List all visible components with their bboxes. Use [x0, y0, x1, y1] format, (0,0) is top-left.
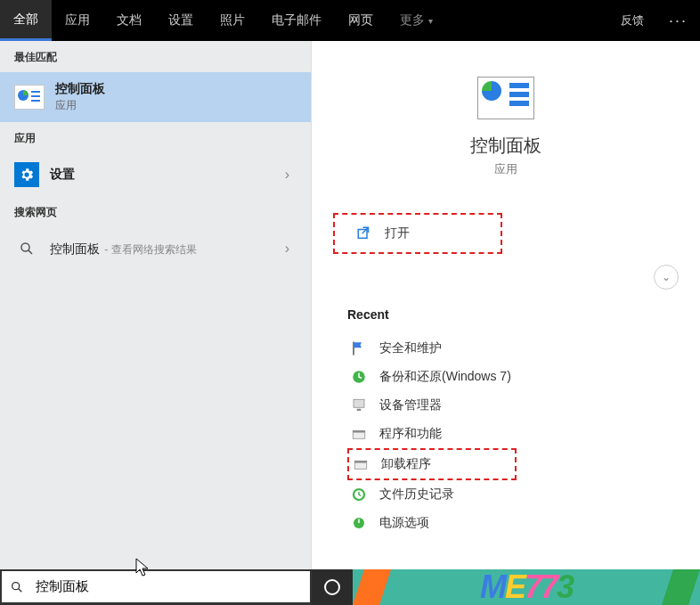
recent-label: 安全和维护 — [379, 340, 442, 356]
chevron-right-icon: › — [285, 167, 297, 183]
svg-point-4 — [21, 243, 29, 251]
svg-rect-11 — [353, 430, 365, 432]
tab-all[interactable]: 全部 — [0, 0, 52, 41]
svg-rect-8 — [354, 399, 364, 407]
result-settings[interactable]: 设置 › — [0, 153, 311, 196]
overflow-menu-button[interactable]: ··· — [656, 0, 700, 41]
apps-header: 应用 — [0, 122, 311, 153]
results-panel: 最佳匹配 控制面板 应用 应用 设置 › 搜索网页 控制面板 - 查看网络搜索 — [0, 41, 312, 569]
svg-rect-2 — [31, 95, 40, 97]
recent-label: 电源选项 — [379, 515, 429, 531]
recent-power-options[interactable]: 电源选项 — [347, 509, 679, 537]
svg-line-17 — [19, 588, 22, 592]
search-input[interactable] — [32, 576, 310, 598]
recent-file-history[interactable]: 文件历史记录 — [347, 480, 679, 509]
result-subtitle: - 查看网络搜索结果 — [102, 243, 197, 256]
recent-device-manager[interactable]: 设备管理器 — [347, 391, 679, 420]
search-icon — [14, 236, 39, 261]
taskbar-search-area: ME773 — [0, 569, 700, 605]
tab-more[interactable]: 更多▾ — [387, 0, 446, 41]
control-panel-icon — [477, 77, 534, 119]
recent-programs-features[interactable]: 程序和功能 — [347, 420, 679, 448]
backup-icon — [351, 369, 367, 385]
detail-title: 控制面板 — [312, 134, 700, 158]
detail-subtitle: 应用 — [312, 161, 700, 177]
expand-button[interactable]: ⌄ — [654, 265, 679, 290]
recent-label: 备份和还原(Windows 7) — [379, 369, 511, 385]
svg-rect-13 — [354, 461, 367, 462]
recent-header: Recent — [347, 307, 679, 322]
svg-rect-3 — [31, 100, 40, 102]
svg-rect-1 — [31, 91, 40, 93]
result-subtitle: 应用 — [55, 98, 297, 113]
tab-email[interactable]: 电子邮件 — [258, 0, 335, 41]
recent-label: 设备管理器 — [379, 397, 442, 413]
result-title: 控制面板 — [55, 81, 297, 97]
recent-backup-restore[interactable]: 备份和还原(Windows 7) — [347, 363, 679, 391]
recent-uninstall-program[interactable]: 卸载程序 — [347, 448, 517, 480]
result-control-panel[interactable]: 控制面板 应用 — [0, 72, 311, 122]
search-icon — [2, 580, 32, 594]
open-icon — [356, 225, 372, 241]
chevron-right-icon: › — [285, 241, 297, 257]
search-scope-tabs: 全部 应用 文档 设置 照片 电子邮件 网页 更多▾ 反馈 ··· — [0, 0, 700, 41]
history-icon — [351, 486, 367, 503]
recent-label: 文件历史记录 — [379, 486, 454, 503]
chevron-down-icon: ⌄ — [662, 271, 671, 283]
gear-icon — [14, 162, 39, 187]
cortana-icon — [324, 579, 340, 595]
result-title: 设置 — [50, 167, 75, 183]
programs-icon — [353, 456, 369, 472]
device-icon — [351, 397, 367, 413]
result-web-search[interactable]: 控制面板 - 查看网络搜索结果 › — [0, 227, 311, 270]
result-title: 控制面板 — [50, 241, 100, 256]
power-icon — [351, 515, 367, 531]
tab-photos[interactable]: 照片 — [207, 0, 258, 41]
tab-web[interactable]: 网页 — [335, 0, 387, 41]
recent-security-maintenance[interactable]: 安全和维护 — [347, 334, 679, 363]
web-header: 搜索网页 — [0, 196, 311, 227]
tab-apps[interactable]: 应用 — [52, 0, 103, 41]
recent-label: 卸载程序 — [381, 456, 431, 472]
flag-icon — [351, 340, 367, 356]
tab-documents[interactable]: 文档 — [103, 0, 155, 41]
detail-panel: 控制面板 应用 打开 ⌄ Recent 安全和维护 备份和还原(Windows … — [312, 41, 700, 569]
control-panel-icon — [14, 85, 45, 110]
feedback-button[interactable]: 反馈 — [608, 0, 656, 41]
search-box[interactable] — [0, 569, 312, 605]
open-label: 打开 — [385, 225, 410, 241]
open-action[interactable]: 打开 — [333, 213, 502, 254]
svg-point-16 — [12, 582, 20, 589]
svg-line-5 — [28, 250, 32, 254]
chevron-down-icon: ▾ — [428, 16, 433, 26]
tab-settings[interactable]: 设置 — [155, 0, 207, 41]
cortana-button[interactable] — [312, 569, 353, 605]
recent-label: 程序和功能 — [379, 426, 442, 442]
programs-icon — [351, 426, 367, 442]
watermark: ME773 — [353, 569, 700, 605]
svg-rect-9 — [357, 409, 362, 411]
best-match-header: 最佳匹配 — [0, 41, 311, 72]
